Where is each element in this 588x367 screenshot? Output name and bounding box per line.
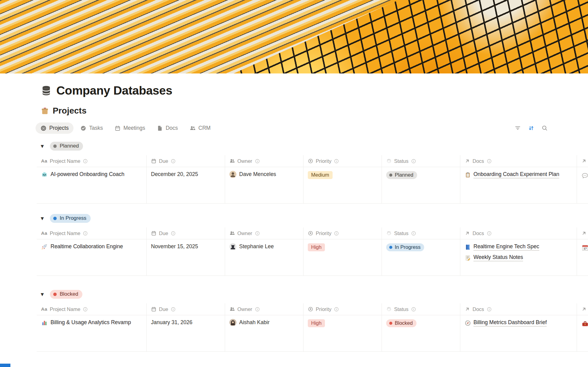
status-cell[interactable]: Planned <box>382 167 460 203</box>
column-label: Priority <box>316 230 331 236</box>
card-file-box-icon <box>41 107 49 115</box>
column-header-priority[interactable]: Priority <box>303 155 382 167</box>
info-icon[interactable] <box>334 231 339 236</box>
tab-crm[interactable]: CRM <box>185 122 216 134</box>
info-icon[interactable] <box>411 307 416 312</box>
group-blocked: ▼ Blocked Aa Project Name Due <box>0 290 588 352</box>
people-icon <box>229 158 235 164</box>
docs-cell[interactable]: Onboarding Coach Experiment Plan <box>460 167 577 203</box>
document-icon <box>157 125 163 131</box>
column-header-priority[interactable]: Priority <box>303 303 382 315</box>
info-icon[interactable] <box>487 159 492 164</box>
column-header-due[interactable]: Due <box>147 155 225 167</box>
docs-cell[interactable]: Realtime Engine Tech Spec Weekly Status … <box>460 239 577 275</box>
info-icon[interactable] <box>255 307 260 312</box>
due-cell[interactable]: January 31, 2026 <box>147 315 225 351</box>
info-icon[interactable] <box>255 159 260 164</box>
info-icon[interactable] <box>171 159 176 164</box>
doc-link[interactable]: Realtime Engine Tech Spec <box>465 243 539 251</box>
priority-cell[interactable]: High <box>303 315 382 351</box>
column-header-project-name[interactable]: Aa Project Name <box>37 155 147 167</box>
doc-title: Realtime Engine Tech Spec <box>473 243 539 251</box>
group-label: In Progress <box>60 215 86 221</box>
search-icon[interactable] <box>541 125 548 132</box>
column-header-owner[interactable]: Owner <box>225 227 303 239</box>
docs-cell[interactable]: Billing Metrics Dashboard Brief <box>460 315 577 351</box>
info-icon[interactable] <box>487 307 492 312</box>
column-header-docs[interactable]: Docs <box>460 155 577 167</box>
column-header-status[interactable]: Status <box>382 155 460 167</box>
info-icon[interactable] <box>171 231 176 236</box>
column-header-status[interactable]: Status <box>382 227 460 239</box>
due-cell[interactable]: December 20, 2025 <box>147 167 225 203</box>
column-header-owner[interactable]: Owner <box>225 303 303 315</box>
filter-icon[interactable] <box>514 125 521 132</box>
info-icon[interactable] <box>411 231 416 236</box>
column-header-due[interactable]: Due <box>147 303 225 315</box>
column-header-partial[interactable] <box>577 155 588 167</box>
doc-link[interactable]: Weekly Status Notes <box>465 254 523 261</box>
group-pill-planned[interactable]: Planned <box>50 142 83 151</box>
column-header-docs[interactable]: Docs <box>460 227 577 239</box>
sort-arrows-icon[interactable] <box>527 125 535 132</box>
column-header-docs[interactable]: Docs <box>460 303 577 315</box>
date-property-cell[interactable]: 17 <box>577 239 588 275</box>
tab-docs[interactable]: Docs <box>152 122 183 134</box>
column-label: Docs <box>473 158 484 164</box>
owner-cell[interactable]: Aishah Kabir <box>229 319 300 326</box>
priority-cell[interactable]: Medium <box>303 167 382 203</box>
column-header-owner[interactable]: Owner <box>225 155 303 167</box>
owner-name: Dave Menceles <box>239 171 276 178</box>
status-cell[interactable]: In Progress <box>382 239 460 275</box>
view-tab-bar: Projects Tasks <box>36 122 548 134</box>
info-icon[interactable] <box>334 159 339 164</box>
resources-cell[interactable] <box>577 315 588 351</box>
group-pill-blocked[interactable]: Blocked <box>50 290 82 299</box>
page-title[interactable]: Company Databases <box>56 84 172 97</box>
status-cell[interactable]: Blocked <box>382 315 460 351</box>
owner-cell[interactable]: Dave Menceles <box>229 171 300 178</box>
column-header-due[interactable]: Due <box>147 227 225 239</box>
column-header-partial[interactable] <box>577 303 588 315</box>
group-toggle-icon[interactable]: ▼ <box>41 144 47 148</box>
project-name-cell[interactable]: Billing & Usage Analytics Revamp <box>41 319 143 326</box>
due-cell[interactable]: November 15, 2025 <box>147 239 225 275</box>
comments-cell[interactable] <box>577 167 588 203</box>
info-icon[interactable] <box>171 307 176 312</box>
priority-tag: High <box>308 319 325 327</box>
doc-link[interactable]: Onboarding Coach Experiment Plan <box>465 171 559 178</box>
tab-tasks[interactable]: Tasks <box>75 122 108 134</box>
info-icon[interactable] <box>255 231 260 236</box>
info-icon[interactable] <box>83 231 88 236</box>
group-pill-in-progress[interactable]: In Progress <box>50 214 91 223</box>
arrow-up-right-icon <box>581 306 587 312</box>
project-name-cell[interactable]: Realtime Collaboration Engine <box>41 243 143 250</box>
info-icon[interactable] <box>83 159 88 164</box>
info-icon[interactable] <box>487 231 492 236</box>
tab-projects[interactable]: Projects <box>36 122 74 134</box>
column-header-priority[interactable]: Priority <box>303 227 382 239</box>
doc-link[interactable]: Billing Metrics Dashboard Brief <box>465 319 547 327</box>
group-toggle-icon[interactable]: ▼ <box>41 216 47 221</box>
calendar-icon <box>151 158 156 164</box>
tab-meetings[interactable]: Meetings <box>110 122 150 134</box>
owner-cell[interactable]: Stephanie Lee <box>229 243 300 250</box>
priority-circle-icon <box>308 158 313 164</box>
column-header-partial[interactable] <box>577 227 588 239</box>
column-header-project-name[interactable]: Aa Project Name <box>37 303 147 315</box>
bottom-left-blue-widget[interactable] <box>0 364 10 367</box>
group-toggle-icon[interactable]: ▼ <box>41 292 47 297</box>
calendar-icon <box>151 306 156 312</box>
column-header-status[interactable]: Status <box>382 303 460 315</box>
info-icon[interactable] <box>83 307 88 312</box>
status-dot <box>53 293 57 296</box>
column-label: Priority <box>316 306 331 312</box>
info-icon[interactable] <box>334 307 339 312</box>
project-name-cell[interactable]: AI-powered Onboarding Coach <box>41 171 143 178</box>
database-title[interactable]: Projects <box>53 106 87 116</box>
avatar <box>229 171 236 178</box>
tab-label: CRM <box>198 125 211 131</box>
priority-cell[interactable]: High <box>303 239 382 275</box>
info-icon[interactable] <box>411 159 416 164</box>
column-header-project-name[interactable]: Aa Project Name <box>37 227 147 239</box>
